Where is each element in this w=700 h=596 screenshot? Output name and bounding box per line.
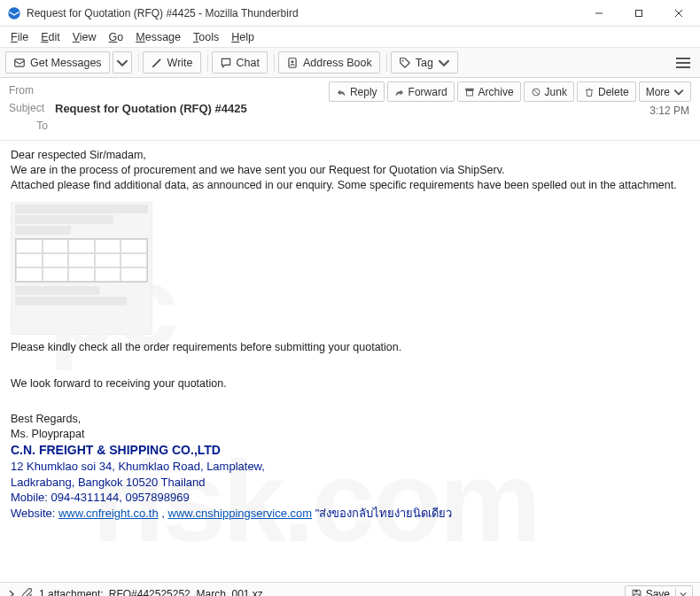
separator <box>207 54 208 72</box>
to-label: To <box>9 120 55 132</box>
more-button[interactable]: More <box>639 81 691 102</box>
attachment-filename[interactable]: RFQ#442525252_March_001.xz <box>109 588 263 597</box>
window-titlebar: Request for Quotation (RFQ) #4425 - Mozi… <box>0 0 700 27</box>
address-book-button[interactable]: Address Book <box>278 51 380 74</box>
attachment-bar: 1 attachment: RFQ#442525252_March_001.xz… <box>0 582 700 596</box>
get-messages-dropdown[interactable] <box>113 51 132 74</box>
addressbook-icon <box>286 57 299 69</box>
body-line: Ms. Ployprapat <box>11 427 689 442</box>
get-messages-button[interactable]: Get Messages <box>5 51 110 74</box>
chevron-right-icon[interactable] <box>7 590 16 597</box>
inbox-icon <box>13 57 26 69</box>
minimize-button[interactable] <box>579 1 618 26</box>
separator <box>386 54 387 72</box>
signature-website: Website: www.cnfreight.co.th , www.cnshi… <box>11 506 689 522</box>
svg-rect-13 <box>634 590 637 592</box>
forward-button[interactable]: Forward <box>387 81 455 102</box>
signature-address: Ladkrabang, Bangkok 10520 Thailand <box>11 475 689 491</box>
close-button[interactable] <box>658 1 698 26</box>
subject-label: Subject <box>9 102 55 114</box>
signature-mobile: Mobile: 094-4311144, 0957898969 <box>11 490 689 506</box>
maximize-button[interactable] <box>618 1 658 26</box>
svg-rect-5 <box>15 58 25 66</box>
menubar: File Edit View Go Message Tools Help <box>0 27 700 48</box>
app-icon <box>7 6 21 20</box>
message-body: pc risk.com Dear respected Sir/madam, We… <box>0 141 700 582</box>
body-line: Best Regards, <box>11 412 689 427</box>
signature-address: 12 Khumklao soi 34, Khumklao Road, Lampl… <box>11 459 689 475</box>
svg-rect-9 <box>465 89 473 90</box>
signature-link[interactable]: www.cnshippingservice.com <box>168 507 313 520</box>
message-time: 3:12 PM <box>649 104 689 117</box>
svg-rect-2 <box>635 10 642 16</box>
svg-point-7 <box>291 60 293 63</box>
svg-point-0 <box>8 7 19 19</box>
write-button[interactable]: Write <box>143 51 201 74</box>
menu-tools[interactable]: Tools <box>188 29 224 45</box>
menu-file[interactable]: File <box>5 29 34 45</box>
body-line: We are in the process of procurement and… <box>11 163 689 178</box>
window-title: Request for Quotation (RFQ) #4425 - Mozi… <box>27 7 579 19</box>
body-line: Dear respected Sir/madam, <box>11 148 689 163</box>
message-header: Reply Forward Archive Junk Delete More F… <box>0 78 700 141</box>
chat-label: Chat <box>237 57 260 69</box>
save-icon <box>631 588 642 596</box>
menu-message[interactable]: Message <box>130 29 186 45</box>
separator <box>138 54 139 72</box>
header-actions: Reply Forward Archive Junk Delete More <box>329 81 691 102</box>
save-attachment-button[interactable]: Save <box>625 585 693 597</box>
signature-company: C.N. FREIGHT & SHIPPING CO.,LTD <box>11 442 689 459</box>
tag-icon <box>399 57 411 69</box>
archive-button[interactable]: Archive <box>457 81 521 102</box>
get-messages-label: Get Messages <box>30 57 102 69</box>
attachment-preview-image <box>11 202 152 335</box>
separator <box>274 54 275 72</box>
app-menu-button[interactable] <box>672 58 695 68</box>
tag-button[interactable]: Tag <box>391 51 458 74</box>
menu-go[interactable]: Go <box>104 29 129 45</box>
pencil-icon <box>151 57 163 69</box>
junk-button[interactable]: Junk <box>524 81 574 102</box>
menu-view[interactable]: View <box>67 29 102 45</box>
body-line: Attached please find additional data, as… <box>11 178 689 193</box>
tag-label: Tag <box>416 57 433 69</box>
delete-button[interactable]: Delete <box>577 81 636 102</box>
menu-edit[interactable]: Edit <box>35 29 66 45</box>
address-book-label: Address Book <box>303 57 372 69</box>
svg-rect-10 <box>466 90 472 96</box>
attachment-count: 1 attachment: <box>39 588 104 597</box>
from-label: From <box>9 84 55 97</box>
chat-icon <box>220 57 232 69</box>
menu-help[interactable]: Help <box>226 29 260 45</box>
main-toolbar: Get Messages Write Chat Address Book Tag <box>0 48 700 78</box>
reply-button[interactable]: Reply <box>329 81 385 102</box>
subject-value: Request for Quotation (RFQ) #4425 <box>55 102 247 115</box>
paperclip-icon <box>21 588 34 597</box>
chat-button[interactable]: Chat <box>212 51 268 74</box>
body-line: Please kindly check all the order requir… <box>11 340 689 355</box>
signature-link[interactable]: www.cnfreight.co.th <box>58 507 159 520</box>
svg-point-8 <box>402 59 404 61</box>
body-line: We look forward to receiving your quotat… <box>11 376 689 391</box>
write-label: Write <box>167 57 193 69</box>
